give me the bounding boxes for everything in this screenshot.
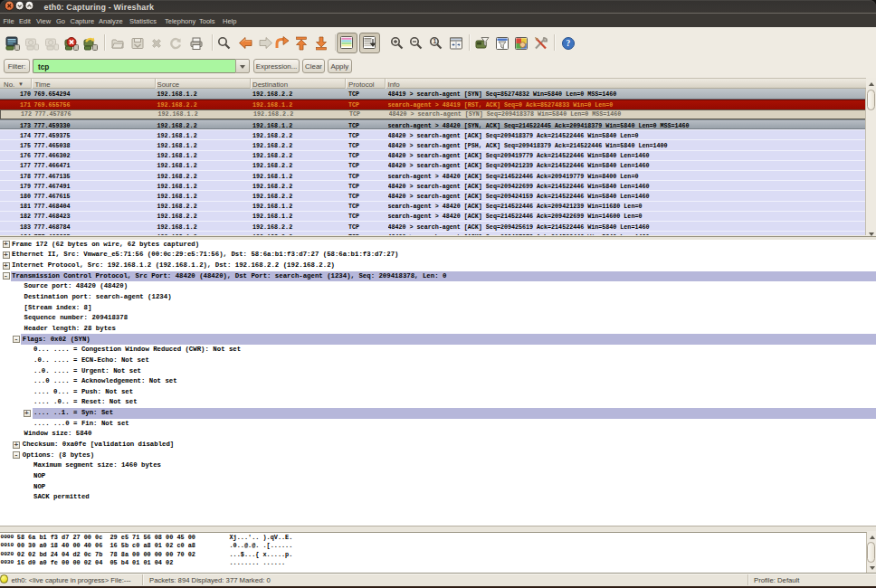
svg-text:1: 1 — [433, 38, 437, 44]
svg-text:?: ? — [566, 39, 570, 48]
